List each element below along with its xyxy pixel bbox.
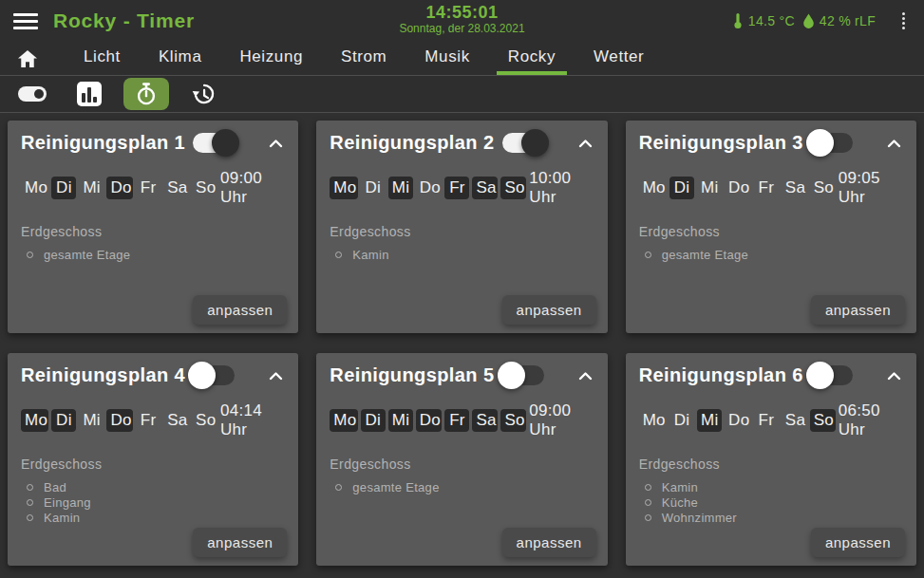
room-list: KaminKücheWohnzimmer [639,480,903,525]
day-chip-mi[interactable]: Mi [697,177,722,199]
day-chip-fr[interactable]: Fr [444,177,469,199]
card-enabled-toggle[interactable] [811,365,853,385]
day-chip-di[interactable]: Di [361,409,386,432]
day-chip-mo[interactable]: Mo [330,177,357,199]
chevron-up-icon[interactable] [267,369,285,382]
day-chip-do[interactable]: Do [725,177,751,199]
adjust-button[interactable]: anpassen [502,528,596,557]
day-chip-so[interactable]: So [500,409,526,432]
day-chip-do[interactable]: Do [416,177,443,199]
history-icon-button[interactable] [180,78,226,110]
day-chip-mi[interactable]: Mi [388,177,413,199]
tab-licht[interactable]: Licht [72,42,132,75]
day-chip-sa[interactable]: Sa [782,409,807,432]
page-title: Rocky - Timer [53,9,195,32]
day-chip-so[interactable]: So [810,409,836,432]
tab-musik[interactable]: Musik [413,42,481,75]
chart-icon-button[interactable] [66,78,112,110]
temperature-value: 14.5 °C [748,13,795,28]
schedule-card: Reinigungsplan 6 MoDiMiDoFrSaSo06:50 Uhr… [626,353,916,566]
day-chip-di[interactable]: Di [51,177,76,199]
day-chip-so[interactable]: So [192,177,217,199]
days-row: MoDiMiDoFrSaSo09:00 Uhr [330,401,594,439]
tab-heizung[interactable]: Heizung [228,42,314,75]
adjust-button[interactable]: anpassen [193,295,287,325]
app-header: Rocky - Timer 14:55:01 Sonntag, der 28.0… [0,0,924,42]
card-time: 09:00 Uhr [220,169,285,207]
day-chip-so[interactable]: So [500,177,526,199]
day-chip-mi[interactable]: Mi [388,409,413,432]
overflow-menu-icon[interactable] [896,9,911,32]
room-item: Kamin [645,480,903,494]
adjust-button[interactable]: anpassen [502,295,596,325]
card-time: 04:14 Uhr [220,401,285,439]
floor-label: Erdgeschoss [330,224,594,239]
adjust-button[interactable]: anpassen [193,528,287,557]
card-enabled-toggle[interactable] [193,133,235,153]
card-enabled-toggle[interactable] [502,365,544,385]
day-chip-mo[interactable]: Mo [330,409,357,432]
adjust-button[interactable]: anpassen [811,528,905,557]
card-title: Reinigungsplan 1 [21,132,193,154]
day-chip-sa[interactable]: Sa [163,409,189,432]
day-chip-di[interactable]: Di [51,409,76,432]
day-chip-mo[interactable]: Mo [21,177,48,199]
timer-icon [134,82,159,106]
day-chip-fr[interactable]: Fr [754,409,779,432]
chevron-up-icon[interactable] [576,369,594,382]
day-chip-sa[interactable]: Sa [472,409,498,432]
day-chip-mi[interactable]: Mi [79,409,104,432]
day-chip-fr[interactable]: Fr [754,177,779,199]
day-chip-do[interactable]: Do [725,409,751,432]
day-chip-so[interactable]: So [192,409,217,432]
day-chip-fr[interactable]: Fr [136,177,160,199]
floor-label: Erdgeschoss [21,224,285,239]
day-chip-sa[interactable]: Sa [472,177,498,199]
tab-wetter[interactable]: Wetter [582,42,655,75]
day-chip-do[interactable]: Do [106,409,133,432]
day-chip-mo[interactable]: Mo [21,409,48,432]
day-chip-sa[interactable]: Sa [163,177,189,199]
hamburger-menu-icon[interactable] [13,11,38,31]
floor-label: Erdgeschoss [330,457,594,472]
card-time: 10:00 Uhr [529,169,594,207]
tab-strom[interactable]: Strom [330,42,398,75]
card-enabled-toggle[interactable] [502,133,544,153]
day-chip-do[interactable]: Do [416,409,443,432]
day-chip-di[interactable]: Di [669,409,694,432]
day-chip-fr[interactable]: Fr [444,409,469,432]
days-row: MoDiMiDoFrSaSo06:50 Uhr [639,401,903,439]
day-chip-mo[interactable]: Mo [639,177,667,199]
day-chip-mo[interactable]: Mo [639,409,667,432]
switches-icon-button[interactable] [9,78,55,110]
card-title: Reinigungsplan 4 [21,364,193,386]
cards-grid: Reinigungsplan 1 MoDiMiDoFrSaSo09:00 Uhr… [0,113,924,573]
card-time: 09:00 Uhr [529,401,594,439]
day-chip-so[interactable]: So [810,177,836,199]
clock-time: 14:55:01 [399,3,524,23]
card-enabled-toggle[interactable] [193,365,235,385]
chevron-up-icon[interactable] [576,137,594,150]
chevron-up-icon[interactable] [267,137,285,150]
adjust-button[interactable]: anpassen [811,295,905,325]
timer-icon-button[interactable] [123,78,169,110]
day-chip-di[interactable]: Di [361,177,386,199]
room-list: gesamte Etage [21,248,285,262]
day-chip-di[interactable]: Di [669,177,694,199]
day-chip-sa[interactable]: Sa [782,177,807,199]
day-chip-do[interactable]: Do [106,177,133,199]
tab-rocky[interactable]: Rocky [497,42,567,75]
chevron-up-icon[interactable] [885,369,903,382]
tab-klima[interactable]: Klima [147,42,214,75]
card-title: Reinigungsplan 6 [639,364,811,386]
floor-label: Erdgeschoss [639,457,903,472]
day-chip-mi[interactable]: Mi [79,177,104,199]
day-chip-mi[interactable]: Mi [697,409,722,432]
chevron-up-icon[interactable] [885,137,903,150]
room-item: gesamte Etage [27,248,285,262]
card-enabled-toggle[interactable] [811,133,853,153]
schedule-card: Reinigungsplan 1 MoDiMiDoFrSaSo09:00 Uhr… [8,121,298,333]
home-icon[interactable] [11,42,44,75]
day-chip-fr[interactable]: Fr [136,409,160,432]
humidity-readout: 42 % rLF [802,13,876,29]
